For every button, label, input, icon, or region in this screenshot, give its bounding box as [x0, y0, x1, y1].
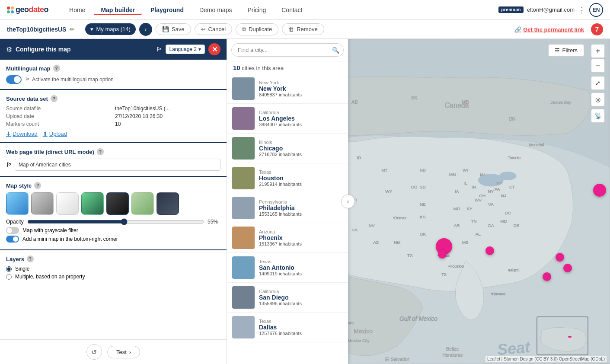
svg-text:MI: MI — [480, 172, 485, 177]
zoom-in-button[interactable]: + — [591, 44, 605, 58]
logo-dot-orange — [11, 6, 14, 10]
svg-text:OH: OH — [479, 193, 485, 198]
nav-map-builder[interactable]: Map builder — [94, 5, 142, 15]
collapse-panel-button[interactable]: ‹ — [341, 195, 355, 208]
close-config-button[interactable]: ✕ — [208, 43, 220, 55]
upload-date-value: 27/12/2020 18:26:30 — [115, 113, 220, 119]
minimap-toggle[interactable] — [6, 236, 19, 243]
svg-text:OK: OK — [420, 232, 426, 236]
mini-map-svg — [537, 317, 588, 355]
trash-icon: 🗑 — [288, 26, 294, 32]
city-info: Arizona Phoenix 1513367 inhabitants — [259, 229, 343, 246]
city-name: Dallas — [259, 324, 343, 331]
list-item[interactable]: Texas Dallas 1257676 inhabitants — [227, 313, 348, 342]
multilingual-help[interactable]: ? — [53, 65, 60, 72]
city-search-input[interactable] — [231, 43, 344, 57]
multilingual-toggle[interactable] — [6, 75, 22, 84]
svg-point-1 — [499, 172, 516, 180]
multilingual-label: Multilingual map — [6, 65, 51, 72]
lang-selector-label: Language 2 — [169, 46, 197, 52]
marker-houston[interactable] — [563, 264, 572, 272]
remove-button[interactable]: 🗑 Remove — [282, 23, 324, 35]
zoom-out-button[interactable]: − — [591, 59, 605, 73]
test-button[interactable]: Test › — [107, 346, 140, 358]
list-item[interactable]: Texas San Antonio 1409019 inhabitants — [227, 253, 348, 283]
webpage-title-input[interactable] — [15, 159, 220, 171]
chevron-down-icon: ▾ — [90, 26, 93, 32]
toggle-text: Activate the multilingual map option — [32, 77, 114, 83]
marker-san-diego[interactable] — [438, 250, 447, 259]
style-thumb-7[interactable] — [156, 192, 179, 215]
marker-dallas[interactable] — [556, 253, 564, 262]
svg-text:NY: NY — [496, 181, 502, 185]
list-item[interactable]: New York New York 8405837 inhabitants — [227, 74, 348, 104]
nav-demo-maps[interactable]: Demo maps — [192, 5, 239, 15]
nav-next-button[interactable]: › — [139, 23, 152, 36]
map-style-label: Map style — [6, 182, 32, 189]
nav-contact[interactable]: Contact — [275, 5, 309, 15]
marker-chicago[interactable] — [593, 184, 606, 197]
layers-title: Layers ? — [6, 255, 220, 262]
list-item[interactable]: California San Diego 1355896 inhabitants — [227, 283, 348, 313]
download-link[interactable]: ⬇ Download — [6, 131, 38, 137]
style-thumb-3[interactable] — [56, 192, 79, 215]
list-item[interactable]: Pennsylvania Philadelphia 1553165 inhabi… — [227, 193, 348, 223]
nav-pricing[interactable]: Pricing — [240, 5, 273, 15]
nav-home[interactable]: Home — [62, 5, 92, 15]
layers-section: Layers ? Single Multiple, based on an pr… — [0, 250, 227, 287]
style-thumb-4[interactable] — [81, 192, 104, 215]
permanent-link[interactable]: 🔗 Get the permanent link — [514, 26, 584, 32]
cancel-button[interactable]: ↩ Cancel — [195, 23, 232, 35]
multilingual-toggle-label: 🏳 Activate the multilingual map option — [25, 77, 114, 83]
language-button[interactable]: EN — [589, 3, 603, 17]
single-radio[interactable] — [6, 266, 12, 272]
radio-waves-button[interactable]: 📡 — [591, 109, 605, 123]
svg-text:IA: IA — [455, 189, 459, 194]
list-item[interactable]: Texas Houston 2195914 inhabitants — [227, 163, 348, 193]
grayscale-toggle[interactable] — [6, 227, 19, 234]
premium-badge: premium — [498, 6, 524, 13]
svg-text:WV: WV — [475, 198, 482, 202]
save-label: Save — [172, 26, 185, 32]
user-menu-dots[interactable]: ⋮ — [578, 5, 586, 15]
my-maps-button[interactable]: ▾ My maps (14) — [85, 23, 135, 35]
upload-link[interactable]: ⬆ Upload — [43, 131, 67, 137]
search-button[interactable]: 🔍 — [332, 47, 339, 54]
marker-phoenix[interactable] — [485, 246, 494, 255]
svg-text:AL: AL — [476, 232, 481, 236]
fullscreen-button[interactable]: ⤢ — [591, 76, 605, 90]
layers-help[interactable]: ? — [27, 255, 34, 262]
style-thumb-6[interactable] — [131, 192, 154, 215]
style-thumb-5[interactable] — [106, 192, 129, 215]
style-thumb-1[interactable] — [6, 192, 29, 215]
svg-text:AR: AR — [454, 223, 460, 228]
panel-scroll: Multilingual map ? 🏳 Activate the multil… — [0, 60, 227, 339]
marker-san-antonio[interactable] — [543, 272, 551, 281]
list-item[interactable]: California Los Angeles 3884307 inhabitan… — [227, 104, 348, 134]
city-name: Phoenix — [259, 234, 343, 241]
save-button[interactable]: 💾 Save — [156, 23, 191, 35]
reset-button[interactable]: ↺ — [86, 344, 102, 360]
duplicate-button[interactable]: ⧉ Duplicate — [236, 23, 278, 35]
edit-title-icon[interactable]: ✏ — [70, 26, 75, 33]
svg-text:SD: SD — [420, 185, 426, 189]
source-help[interactable]: ? — [51, 95, 57, 102]
nav-playground[interactable]: Playground — [144, 5, 191, 15]
language-selector[interactable]: Language 2 ▾ — [166, 45, 205, 54]
notification-badge[interactable]: 7 — [591, 23, 603, 35]
style-thumb-2[interactable] — [31, 192, 54, 215]
multiple-radio[interactable] — [6, 274, 12, 280]
list-item[interactable]: Arizona Phoenix 1513367 inhabitants — [227, 223, 348, 253]
list-item[interactable]: Illinois Chicago 2718782 inhabitants — [227, 134, 348, 163]
filters-button[interactable]: ☰ Filters — [548, 44, 584, 57]
locate-button[interactable]: ◎ — [591, 93, 605, 106]
opacity-slider[interactable] — [27, 218, 204, 225]
map-style-help[interactable]: ? — [34, 182, 41, 189]
webpage-help[interactable]: ? — [97, 148, 104, 155]
city-info: New York New York 8405837 inhabitants — [259, 80, 343, 97]
svg-text:Gulf of Mexico: Gulf of Mexico — [399, 316, 438, 322]
svg-text:•Houston: •Houston — [448, 264, 464, 268]
city-list-panel: 🔍 10 cities in this area New York New Yo… — [227, 39, 348, 364]
city-thumbnail — [232, 256, 255, 279]
logo[interactable]: geodateo — [7, 5, 48, 14]
